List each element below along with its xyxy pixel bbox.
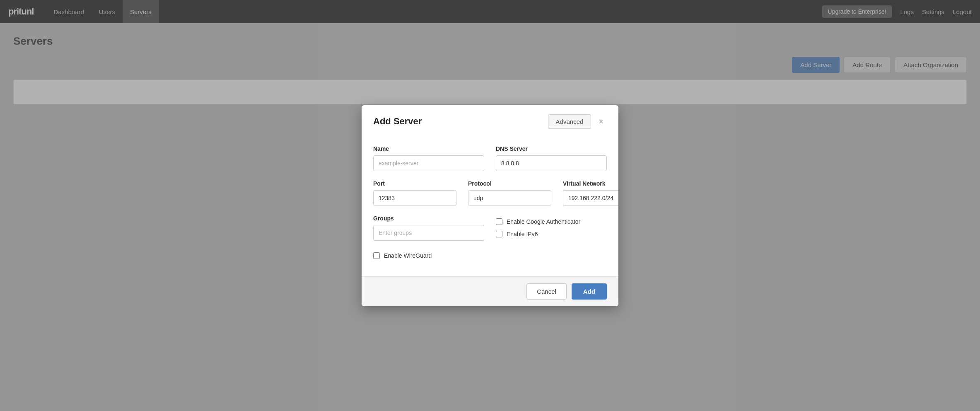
google-auth-checkbox-row: Enable Google Authenticator: [496, 218, 607, 225]
modal-overlay: Add Server Advanced × Name DNS Server: [0, 0, 980, 411]
modal-close-button[interactable]: ×: [595, 115, 607, 128]
form-group-dns: DNS Server: [496, 145, 607, 171]
dns-input[interactable]: [496, 155, 607, 171]
modal-footer: Cancel Add: [362, 276, 618, 306]
virtual-network-wrapper: 253 Users: [563, 190, 618, 206]
add-server-modal: Add Server Advanced × Name DNS Server: [362, 105, 618, 306]
enable-google-auth-label: Enable Google Authenticator: [507, 218, 580, 225]
form-group-right-checks: Enable Google Authenticator Enable IPv6: [496, 215, 607, 243]
groups-input[interactable]: [373, 225, 484, 241]
wireguard-checkbox-row: Enable WireGuard: [373, 252, 607, 259]
modal-header: Add Server Advanced ×: [362, 105, 618, 135]
form-row-name-dns: Name DNS Server: [373, 145, 607, 171]
cancel-button[interactable]: Cancel: [526, 283, 567, 300]
form-group-virtual-network: Virtual Network 253 Users: [563, 180, 618, 206]
add-button[interactable]: Add: [572, 283, 607, 300]
groups-label: Groups: [373, 215, 484, 222]
enable-wireguard-checkbox[interactable]: [373, 252, 380, 259]
modal-title: Add Server: [373, 116, 548, 127]
enable-ipv6-label: Enable IPv6: [507, 231, 538, 237]
dns-label: DNS Server: [496, 145, 607, 152]
port-label: Port: [373, 180, 456, 187]
advanced-tab[interactable]: Advanced: [548, 114, 591, 129]
name-label: Name: [373, 145, 484, 152]
protocol-input[interactable]: [468, 190, 551, 206]
form-group-name: Name: [373, 145, 484, 171]
enable-wireguard-label: Enable WireGuard: [384, 252, 432, 259]
port-input[interactable]: [373, 190, 456, 206]
form-group-port: Port: [373, 180, 456, 206]
form-group-groups: Groups: [373, 215, 484, 243]
form-row-groups-checks: Groups Enable Google Authenticator Enabl…: [373, 215, 607, 243]
virtual-network-input[interactable]: [567, 193, 618, 203]
form-group-protocol: Protocol: [468, 180, 551, 206]
virtual-network-label: Virtual Network: [563, 180, 618, 187]
enable-ipv6-checkbox[interactable]: [496, 231, 502, 237]
ipv6-checkbox-row: Enable IPv6: [496, 231, 607, 237]
modal-body: Name DNS Server Port Protocol: [362, 135, 618, 276]
enable-google-auth-checkbox[interactable]: [496, 218, 502, 225]
protocol-label: Protocol: [468, 180, 551, 187]
form-row-port-protocol-vnet: Port Protocol Virtual Network 253 Users: [373, 180, 607, 206]
name-input[interactable]: [373, 155, 484, 171]
